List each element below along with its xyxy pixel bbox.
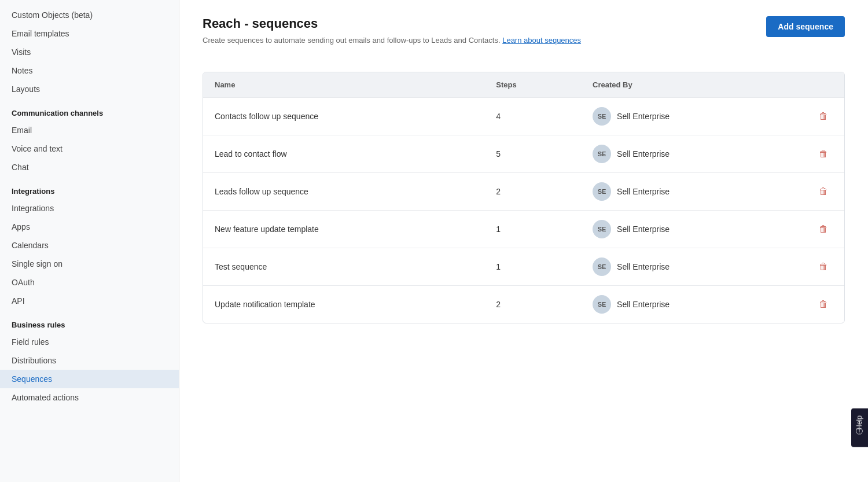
col-header-created-by: Created By: [581, 72, 803, 98]
delete-sequence-button[interactable]: 🗑: [814, 222, 833, 237]
creator-name: Sell Enterprise: [617, 112, 670, 121]
cell-action: 🗑: [803, 285, 844, 323]
sidebar-item-visits[interactable]: Visits: [0, 43, 179, 61]
sequences-table: Name Steps Created By Contacts follow up…: [203, 72, 844, 323]
table-body: Contacts follow up sequence4SESell Enter…: [203, 97, 844, 323]
col-header-action: [803, 72, 844, 98]
sidebar-item-email-templates[interactable]: Email templates: [0, 24, 179, 43]
creator-name: Sell Enterprise: [617, 262, 670, 271]
sidebar-item-layouts[interactable]: Layouts: [0, 80, 179, 98]
avatar: SE: [593, 220, 611, 238]
help-tab[interactable]: ⓘ Help: [851, 409, 868, 447]
table-row[interactable]: Lead to contact flow5SESell Enterprise🗑: [203, 135, 844, 172]
help-icon: ⓘ: [855, 433, 865, 440]
col-header-name: Name: [203, 72, 484, 98]
page-subtitle: Create sequences to automate sending out…: [203, 35, 581, 46]
creator-name: Sell Enterprise: [617, 300, 670, 309]
sidebar-item-custom-objects-beta[interactable]: Custom Objects (beta): [0, 6, 179, 24]
subtitle-text: Create sequences to automate sending out…: [203, 36, 501, 45]
table-row[interactable]: Contacts follow up sequence4SESell Enter…: [203, 97, 844, 135]
cell-sequence-name: Update notification template: [203, 285, 484, 323]
avatar: SE: [593, 107, 611, 126]
cell-created-by: SESell Enterprise: [581, 172, 803, 210]
sidebar-item-email[interactable]: Email: [0, 121, 179, 139]
col-header-steps: Steps: [484, 72, 581, 98]
cell-sequence-name: Contacts follow up sequence: [203, 97, 484, 135]
delete-sequence-button[interactable]: 🗑: [814, 184, 833, 199]
sidebar: Custom Objects (beta)Email templatesVisi…: [0, 0, 179, 482]
sidebar-item-apps[interactable]: Apps: [0, 218, 179, 236]
cell-sequence-name: Test sequence: [203, 248, 484, 285]
table-row[interactable]: Leads follow up sequence2SESell Enterpri…: [203, 172, 844, 210]
sidebar-item-field-rules[interactable]: Field rules: [0, 333, 179, 351]
sidebar-item-automated-actions[interactable]: Automated actions: [0, 388, 179, 407]
cell-created-by: SESell Enterprise: [581, 135, 803, 172]
cell-created-by: SESell Enterprise: [581, 285, 803, 323]
creator-name: Sell Enterprise: [617, 187, 670, 196]
delete-sequence-button[interactable]: 🗑: [814, 109, 833, 124]
table-row[interactable]: Update notification template2SESell Ente…: [203, 285, 844, 323]
sequences-table-container: Name Steps Created By Contacts follow up…: [203, 72, 845, 323]
cell-steps: 1: [484, 248, 581, 285]
sidebar-item-api[interactable]: API: [0, 292, 179, 310]
cell-steps: 4: [484, 97, 581, 135]
cell-action: 🗑: [803, 210, 844, 248]
cell-action: 🗑: [803, 172, 844, 210]
avatar: SE: [593, 257, 611, 276]
sidebar-item-sequences[interactable]: Sequences: [0, 370, 179, 388]
sidebar-item-chat[interactable]: Chat: [0, 158, 179, 176]
cell-sequence-name: Lead to contact flow: [203, 135, 484, 172]
delete-sequence-button[interactable]: 🗑: [814, 259, 833, 274]
creator-name: Sell Enterprise: [617, 225, 670, 234]
sidebar-item-single-sign-on[interactable]: Single sign on: [0, 255, 179, 273]
sidebar-item-voice-and-text[interactable]: Voice and text: [0, 139, 179, 158]
table-row[interactable]: New feature update template1SESell Enter…: [203, 210, 844, 248]
delete-sequence-button[interactable]: 🗑: [814, 297, 833, 312]
table-header-row: Name Steps Created By: [203, 72, 844, 98]
main-content: Reach - sequences Create sequences to au…: [179, 0, 868, 482]
cell-action: 🗑: [803, 135, 844, 172]
cell-action: 🗑: [803, 248, 844, 285]
table-row[interactable]: Test sequence1SESell Enterprise🗑: [203, 248, 844, 285]
creator-name: Sell Enterprise: [617, 149, 670, 159]
cell-steps: 2: [484, 172, 581, 210]
cell-steps: 1: [484, 210, 581, 248]
cell-created-by: SESell Enterprise: [581, 248, 803, 285]
avatar: SE: [593, 182, 611, 201]
sidebar-section-header-1: Communication channels: [0, 98, 179, 121]
cell-sequence-name: New feature update template: [203, 210, 484, 248]
sidebar-item-integrations[interactable]: Integrations: [0, 199, 179, 218]
cell-created-by: SESell Enterprise: [581, 210, 803, 248]
learn-link[interactable]: Learn about sequences: [502, 36, 581, 45]
cell-created-by: SESell Enterprise: [581, 97, 803, 135]
help-label: Help: [856, 415, 864, 430]
cell-steps: 2: [484, 285, 581, 323]
avatar: SE: [593, 145, 611, 163]
sidebar-section-header-2: Integrations: [0, 176, 179, 199]
cell-action: 🗑: [803, 97, 844, 135]
page-title: Reach - sequences: [203, 16, 581, 31]
sidebar-section-header-3: Business rules: [0, 310, 179, 333]
sidebar-item-oauth[interactable]: OAuth: [0, 273, 179, 292]
add-sequence-button[interactable]: Add sequence: [766, 16, 845, 37]
delete-sequence-button[interactable]: 🗑: [814, 146, 833, 161]
cell-steps: 5: [484, 135, 581, 172]
page-header: Reach - sequences Create sequences to au…: [203, 16, 581, 60]
sidebar-item-calendars[interactable]: Calendars: [0, 236, 179, 255]
avatar: SE: [593, 295, 611, 314]
sidebar-item-distributions[interactable]: Distributions: [0, 351, 179, 370]
cell-sequence-name: Leads follow up sequence: [203, 172, 484, 210]
sidebar-item-notes[interactable]: Notes: [0, 61, 179, 80]
